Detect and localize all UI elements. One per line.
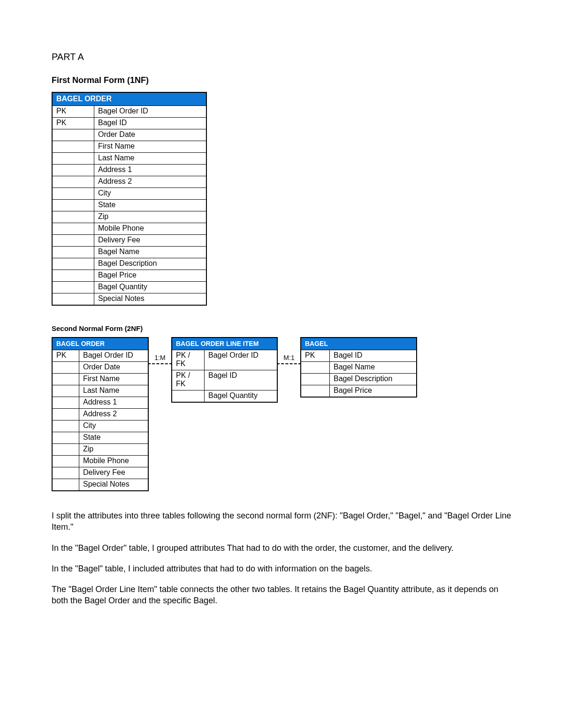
attr-cell: Bagel Order ID bbox=[94, 106, 207, 118]
key-cell bbox=[52, 258, 94, 270]
attr-cell: Bagel Quantity bbox=[94, 282, 207, 293]
nf2-lineitem-header: BAGEL ORDER LINE ITEM bbox=[172, 338, 277, 350]
table-row: Special Notes bbox=[52, 479, 148, 491]
key-cell bbox=[52, 165, 94, 176]
table-row: PKBagel ID bbox=[301, 350, 417, 362]
key-cell bbox=[301, 362, 330, 374]
attr-cell: Last Name bbox=[94, 153, 207, 165]
table-row: PK / FKBagel Order ID bbox=[172, 350, 277, 370]
key-cell bbox=[52, 247, 94, 258]
key-cell bbox=[52, 153, 94, 165]
attr-cell: Delivery Fee bbox=[79, 467, 149, 479]
attr-cell: Zip bbox=[94, 211, 207, 223]
attr-cell: Order Date bbox=[94, 129, 207, 141]
attr-cell: Bagel Order ID bbox=[79, 350, 149, 362]
key-cell bbox=[52, 270, 94, 282]
table-row: Zip bbox=[52, 211, 206, 223]
table-row: Last Name bbox=[52, 385, 148, 397]
key-cell bbox=[52, 188, 94, 200]
attr-cell: Special Notes bbox=[79, 479, 149, 491]
key-cell bbox=[52, 397, 79, 409]
key-cell bbox=[52, 211, 94, 223]
relation-tick-icon bbox=[148, 361, 149, 366]
attr-cell: Mobile Phone bbox=[94, 223, 207, 235]
relation-tick-icon bbox=[171, 361, 172, 366]
table-row: PKBagel Order ID bbox=[52, 106, 206, 118]
relation-label: M:1 bbox=[278, 354, 300, 361]
attr-cell: Bagel Order ID bbox=[205, 350, 278, 370]
attr-cell: Address 2 bbox=[79, 409, 149, 420]
paragraph: In the "Bagel Order" table, I grouped at… bbox=[52, 542, 511, 554]
table-row: Special Notes bbox=[52, 293, 206, 306]
key-cell bbox=[52, 362, 79, 374]
table-row: Zip bbox=[52, 444, 148, 456]
table-row: Bagel Quantity bbox=[172, 390, 277, 403]
attr-cell: Bagel Name bbox=[94, 247, 207, 258]
attr-cell: Address 2 bbox=[94, 176, 207, 188]
attr-cell: State bbox=[79, 432, 149, 444]
paragraph: I split the attributes into three tables… bbox=[52, 510, 511, 533]
attr-cell: Delivery Fee bbox=[94, 235, 207, 247]
key-cell: PK bbox=[52, 106, 94, 118]
relation-line-icon bbox=[277, 363, 301, 364]
nf2-diagram: BAGEL ORDER PKBagel Order ID Order Date … bbox=[52, 337, 511, 491]
table-row: First Name bbox=[52, 141, 206, 153]
table-row: Bagel Description bbox=[301, 374, 417, 385]
attr-cell: City bbox=[94, 188, 207, 200]
nf2-lineitem-table: BAGEL ORDER LINE ITEM PK / FKBagel Order… bbox=[171, 337, 278, 403]
attr-cell: Bagel Description bbox=[94, 258, 207, 270]
key-cell: PK bbox=[301, 350, 330, 362]
nf2-title: Second Normal Form (2NF) bbox=[52, 324, 511, 332]
attr-cell: Zip bbox=[79, 444, 149, 456]
key-cell bbox=[301, 374, 330, 385]
attr-cell: Address 1 bbox=[79, 397, 149, 409]
nf1-table-header: BAGEL ORDER bbox=[52, 92, 206, 106]
attr-cell: Mobile Phone bbox=[79, 456, 149, 467]
key-cell bbox=[52, 200, 94, 211]
nf2-order-header: BAGEL ORDER bbox=[52, 338, 148, 350]
attr-cell: Bagel ID bbox=[94, 118, 207, 129]
key-cell: PK / FK bbox=[172, 370, 205, 390]
attr-cell: Last Name bbox=[79, 385, 149, 397]
key-cell bbox=[52, 409, 79, 420]
attr-cell: Bagel ID bbox=[205, 370, 278, 390]
table-row: Bagel Description bbox=[52, 258, 206, 270]
table-row: PK / FKBagel ID bbox=[172, 370, 277, 390]
table-row: Mobile Phone bbox=[52, 456, 148, 467]
key-cell: PK / FK bbox=[172, 350, 205, 370]
table-row: Last Name bbox=[52, 153, 206, 165]
table-row: Mobile Phone bbox=[52, 223, 206, 235]
attr-cell: Address 1 bbox=[94, 165, 207, 176]
attr-cell: Bagel Description bbox=[330, 374, 417, 385]
table-row: Bagel Quantity bbox=[52, 282, 206, 293]
table-row: Bagel Name bbox=[301, 362, 417, 374]
nf2-bagel-header: BAGEL bbox=[301, 338, 417, 350]
key-cell bbox=[52, 456, 79, 467]
attr-cell: Bagel Price bbox=[94, 270, 207, 282]
table-row: Address 1 bbox=[52, 165, 206, 176]
table-row: Delivery Fee bbox=[52, 235, 206, 247]
table-row: PKBagel ID bbox=[52, 118, 206, 129]
key-cell bbox=[52, 293, 94, 306]
table-row: PKBagel Order ID bbox=[52, 350, 148, 362]
paragraph: In the "Bagel" table, I included attribu… bbox=[52, 563, 511, 574]
table-row: Order Date bbox=[52, 129, 206, 141]
key-cell bbox=[52, 467, 79, 479]
table-row: State bbox=[52, 432, 148, 444]
key-cell bbox=[52, 420, 79, 432]
attr-cell: State bbox=[94, 200, 207, 211]
table-row: City bbox=[52, 420, 148, 432]
key-cell bbox=[52, 129, 94, 141]
attr-cell: Order Date bbox=[79, 362, 149, 374]
key-cell bbox=[52, 141, 94, 153]
explanation-text: I split the attributes into three tables… bbox=[52, 510, 511, 607]
table-row: First Name bbox=[52, 374, 148, 385]
table-row: Address 2 bbox=[52, 409, 148, 420]
key-cell bbox=[52, 374, 79, 385]
table-row: State bbox=[52, 200, 206, 211]
table-row: Bagel Price bbox=[301, 385, 417, 398]
key-cell: PK bbox=[52, 350, 79, 362]
relation-line-icon bbox=[148, 363, 172, 364]
table-row: City bbox=[52, 188, 206, 200]
nf2-order-table: BAGEL ORDER PKBagel Order ID Order Date … bbox=[52, 337, 149, 491]
